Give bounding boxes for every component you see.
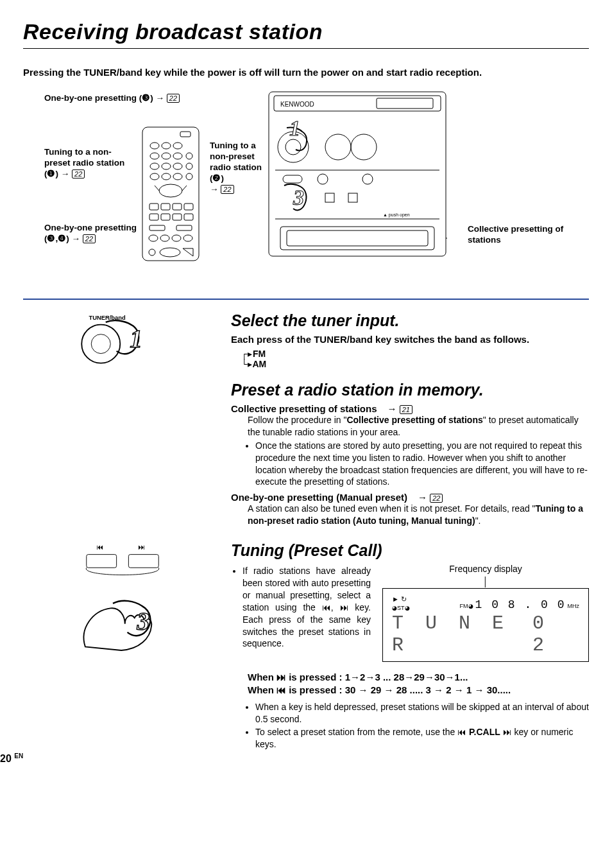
- step3-bullet-1: When a key is held depressed, preset sta…: [255, 701, 589, 725]
- page-title: Receiving broadcast station: [23, 19, 589, 44]
- svg-text:3: 3: [293, 186, 304, 209]
- right-arrow-icon: →: [210, 184, 219, 194]
- svg-rect-27: [176, 225, 192, 230]
- lcd-preset-num: 0 2: [532, 612, 579, 656]
- callout-right: Collective presetting of stations: [468, 224, 563, 245]
- cycle-arrow-icon: ┌▸: [241, 349, 250, 359]
- section-divider: [23, 299, 589, 300]
- lcd-display: ► ↻ ◕ST◕ FM◕ 1 0 8 . 0 0 MHz T U N E R: [382, 588, 589, 662]
- fm-indicator: FM◕: [460, 603, 473, 609]
- svg-rect-64: [128, 555, 158, 568]
- cycle-arrow-icon: └▸: [241, 359, 250, 369]
- page-ref: 22: [221, 185, 234, 194]
- svg-text:⏮: ⏮: [96, 543, 103, 551]
- svg-text:1: 1: [130, 325, 142, 353]
- play-repeat-icon: ► ↻: [392, 595, 407, 603]
- svg-point-29: [160, 235, 169, 241]
- svg-rect-24: [173, 214, 182, 220]
- main-unit-illustration: KENWOOD 1 3: [268, 91, 447, 257]
- svg-point-7: [173, 153, 182, 159]
- stereo-indicator: ◕ST◕: [392, 605, 410, 611]
- svg-rect-21: [184, 204, 193, 210]
- svg-point-30: [172, 235, 181, 241]
- mhz-unit: MHz: [568, 603, 580, 609]
- page-ref: 22: [72, 169, 85, 178]
- svg-point-8: [186, 153, 192, 159]
- right-arrow-icon: →: [418, 492, 427, 503]
- step1-desc: Each press of the TUNER/band key switche…: [231, 334, 589, 345]
- right-arrow-icon: →: [61, 169, 70, 178]
- step2-heading: Preset a radio station in memory.: [231, 381, 589, 399]
- svg-rect-19: [161, 204, 170, 210]
- step3-bullet-2: To select a preset station from the remo…: [255, 726, 589, 751]
- svg-point-15: [173, 173, 182, 180]
- svg-point-31: [183, 235, 192, 241]
- svg-point-13: [150, 173, 159, 180]
- svg-point-10: [162, 163, 171, 169]
- svg-point-59: [91, 334, 110, 354]
- svg-rect-63: [87, 555, 117, 568]
- remote-illustration: [142, 126, 200, 261]
- svg-point-16: [186, 173, 192, 180]
- svg-point-28: [149, 235, 158, 241]
- title-underline: [23, 48, 589, 49]
- lcd-text-left: T U N E R: [392, 612, 532, 656]
- svg-rect-1: [180, 132, 191, 137]
- page-ref: 21: [400, 405, 412, 414]
- svg-point-2: [150, 143, 159, 149]
- step3-hand-illustration: 3: [74, 593, 171, 653]
- right-arrow-icon: →: [156, 93, 165, 103]
- prev-next-illustration: ⏮ ⏭: [74, 541, 171, 584]
- svg-point-12: [186, 163, 192, 169]
- svg-point-11: [173, 163, 182, 169]
- svg-point-6: [162, 153, 171, 159]
- svg-text:1: 1: [289, 116, 300, 140]
- svg-point-17: [159, 184, 182, 197]
- step3-heading: Tuning (Preset Call): [231, 541, 589, 560]
- frequency-value: 1 0 8 . 0 0: [475, 598, 566, 611]
- svg-rect-41: [377, 98, 433, 108]
- callout-top-left: One-by-one presetting (❸): [44, 93, 153, 103]
- page-ref: 22: [83, 234, 96, 243]
- svg-text:3: 3: [137, 607, 150, 636]
- svg-rect-25: [184, 214, 193, 220]
- band-sequence: ┌▸ FM └▸ AM: [241, 349, 589, 369]
- page-number: 20 EN: [0, 752, 23, 765]
- svg-point-33: [160, 248, 180, 257]
- manual-para: A station can also be tuned even when it…: [231, 503, 589, 527]
- step3-para: If radio stations have already been stor…: [242, 565, 371, 650]
- step1-heading: Select the tuner input.: [231, 311, 589, 330]
- collective-para: Follow the procedure in "Collective pres…: [231, 414, 589, 438]
- page-ref: 22: [430, 494, 443, 503]
- svg-rect-26: [149, 225, 165, 230]
- svg-point-46: [351, 134, 377, 160]
- svg-point-32: [149, 249, 155, 256]
- callout-mid-center: Tuning to a non-preset radio station (❷): [210, 141, 262, 183]
- svg-rect-20: [173, 204, 182, 210]
- band-am: AM: [252, 359, 266, 369]
- device-diagram: One-by-one presetting (❸) → 22 Tuning to…: [23, 91, 589, 296]
- svg-rect-52: [325, 193, 334, 202]
- svg-point-3: [162, 143, 171, 149]
- svg-point-5: [150, 153, 159, 159]
- svg-rect-53: [348, 193, 357, 202]
- freq-display-label: Frequency display: [382, 564, 589, 574]
- svg-point-49: [318, 174, 328, 184]
- manual-title: One-by-one presetting (Manual preset): [231, 492, 407, 503]
- collective-bullet: Once the stations are stored by auto pre…: [255, 440, 589, 489]
- push-open-label: ▲ push open: [383, 213, 410, 218]
- svg-rect-48: [283, 175, 302, 183]
- svg-rect-23: [161, 214, 170, 220]
- step1-knob-illustration: TUNER/band 1: [74, 311, 171, 365]
- svg-rect-18: [149, 204, 158, 210]
- svg-rect-55: [280, 227, 434, 250]
- svg-point-50: [362, 174, 373, 184]
- sequence-lines: When ⏭ is pressed : 1→2→3 ... 28→29→30→1…: [231, 671, 589, 697]
- svg-point-43: [285, 139, 301, 155]
- intro-text: Pressing the TUNER/band key while the po…: [23, 67, 589, 78]
- svg-rect-56: [287, 230, 428, 246]
- band-fm: FM: [253, 349, 266, 359]
- svg-point-58: [81, 325, 120, 363]
- brand-label: KENWOOD: [280, 101, 314, 108]
- svg-point-4: [173, 143, 182, 149]
